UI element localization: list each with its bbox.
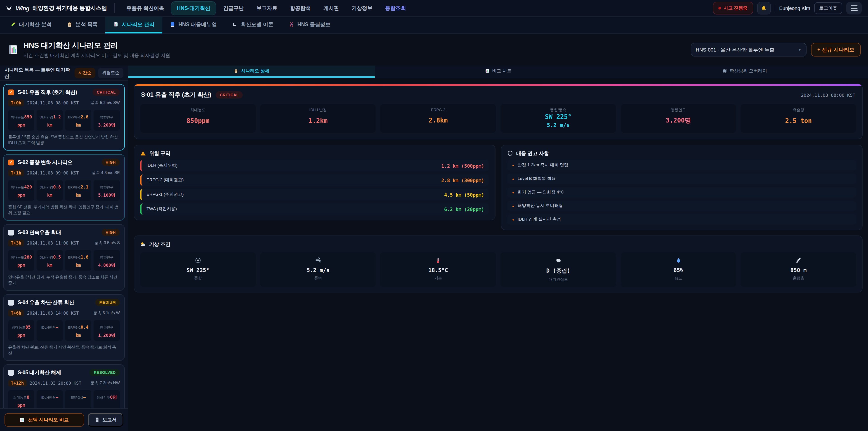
recommendations-panel: 대응 권고 사항 •반경 1.2km 즉시 대피 명령 •Level B 화학복…	[501, 145, 863, 230]
time-offset-chip: T+1h	[8, 170, 24, 176]
zone-label: TWA (작업허용)	[147, 206, 177, 212]
scenario-card-s03[interactable]: S-03 연속유출 확대 HIGH T+3h 2024.11.03 11:00 …	[3, 224, 125, 291]
weather-card-mixing-layer: 850 m 혼합층	[741, 252, 856, 287]
tab-scenario-detail[interactable]: 시나리오 상세	[128, 65, 375, 78]
weather-panel: 기상 조건 SW 225° 풍향 5.2 m/s 풍속	[134, 236, 863, 293]
zone-row-idlh: IDLH (즉시위험) 1.2 km (500ppm)	[140, 160, 489, 171]
scenario-time: 2024.11.03 14:00 KST	[27, 311, 79, 316]
book-icon	[170, 22, 175, 27]
scenario-card-s05[interactable]: S-05 대기확산 해제 RESOLVED T+12h 2024.11.03 2…	[3, 365, 125, 408]
scenario-time: 2024.11.03 08:00 KST	[27, 100, 79, 105]
scenario-card-s04[interactable]: S-04 유출 차단·잔류 확산 MEDIUM T+6h 2024.11.03 …	[3, 295, 125, 361]
tab-label: 확산모델 이론	[241, 21, 273, 28]
tab-hns-substance-info[interactable]: HNS 물질정보	[281, 17, 338, 33]
detail-stats: 최대농도 850ppm IDLH 반경 1.2km ERPG-2 2.8km	[134, 103, 862, 139]
tab-scenario-management[interactable]: 시나리오 관리	[105, 17, 162, 33]
stat-label: IDLH반경	[41, 326, 56, 330]
checkbox-unchecked[interactable]	[8, 229, 14, 235]
status-badge: RESOLVED	[90, 369, 120, 376]
stat-value: 2.8km	[383, 117, 493, 124]
menu-item-integrated-search[interactable]: 통합조회	[380, 2, 411, 15]
main-menu: 유출유 확산예측 HNS·대기확산 긴급구난 보고자료 항공탐색 게시판 기상정…	[121, 2, 411, 15]
stat-label: IDLH반경	[39, 115, 53, 119]
hamburger-menu-button[interactable]	[846, 2, 862, 14]
incident-select-value: HNS-001 · 울산 온산항 톨루엔 누출	[696, 46, 774, 53]
stat-label: ERPG-2	[68, 185, 81, 189]
stat-label: 최대농도	[11, 185, 24, 189]
checkbox-checked[interactable]: ✓	[8, 159, 14, 165]
menu-item-spill-forecast[interactable]: 유출유 확산예측	[121, 2, 169, 15]
stat-label: 최대농도	[11, 115, 24, 119]
checkbox-unchecked[interactable]	[8, 370, 14, 376]
panel-title: 대응 권고 사항	[516, 150, 549, 157]
stat-label: ERPG-2	[70, 396, 83, 400]
stat-value: 1,200명	[98, 333, 115, 338]
wind-info: 풍속 6.1m/s W	[93, 310, 120, 316]
stat-label: 영향인구	[96, 396, 110, 400]
report-button[interactable]: 보고서	[88, 413, 123, 427]
tab-label: 시나리오 관리	[122, 21, 154, 28]
scenario-description: 풍향 SE 전환. 주거지역 방향 확산 확대. 영향인구 증가. 대피 범위 …	[8, 204, 120, 216]
stat-label: 최대농도	[143, 107, 253, 113]
recommendation-text: 반경 1.2km 즉시 대피 명령	[518, 162, 568, 168]
new-scenario-button[interactable]: + 신규 시나리오	[811, 43, 861, 57]
menu-item-hns-dispersion[interactable]: HNS·대기확산	[172, 2, 216, 15]
scenario-title: S-01 유출 직후 (초기 확산)	[18, 89, 89, 96]
detail-title: S-01 유출 직후 (초기 확산)	[141, 91, 211, 99]
checkbox-checked[interactable]: ✓	[8, 89, 14, 95]
scenario-card-s01[interactable]: ✓ S-01 유출 직후 (초기 확산) CRITICAL T+0h 2024.…	[3, 84, 125, 151]
clipboard-icon	[67, 22, 72, 27]
menu-item-weather-info[interactable]: 기상정보	[346, 2, 378, 15]
weather-label: 풍속	[262, 276, 374, 281]
stat-label: 최대농도	[11, 255, 24, 259]
logout-button[interactable]: 로그아웃	[814, 2, 842, 14]
compare-scenarios-button[interactable]: 선택 시나리오 비교	[4, 413, 84, 427]
notification-bell-button[interactable]	[757, 2, 771, 14]
tab-dispersion-analysis[interactable]: 대기확산 분석	[3, 17, 59, 33]
page-header-actions: HNS-001 · 울산 온산항 톨루엔 누출 ▼ + 신규 시나리오	[691, 43, 861, 57]
incident-select[interactable]: HNS-001 · 울산 온산항 톨루엔 누출 ▼	[691, 43, 807, 57]
scenario-card-s02[interactable]: ✓ S-02 풍향 변화 시나리오 HIGH T+1h 2024.11.03 0…	[3, 154, 125, 221]
stat-value: –	[83, 395, 86, 400]
stat-label: ERPG-2	[383, 107, 493, 112]
zone-label: IDLH (즉시위험)	[147, 163, 178, 168]
checkbox-unchecked[interactable]	[8, 300, 14, 306]
recommendation-text: IDLH 경계 실시간 측정	[518, 217, 561, 222]
stat-value: –	[56, 325, 58, 330]
tab-comparison-chart[interactable]: 비교 차트	[375, 65, 622, 78]
weather-value: 18.5°C	[382, 267, 494, 274]
ruler-icon	[795, 257, 802, 264]
detail-tabs: 시나리오 상세 비교 차트 확산범위 오버레이	[128, 65, 868, 78]
recommendation-item: •화기 엄금 — 인화점 4°C	[507, 187, 856, 197]
status-badge: CRITICAL	[93, 89, 120, 96]
sort-by-risk-button[interactable]: 위험도순	[98, 68, 123, 78]
clipboard-icon	[234, 69, 239, 73]
tab-hns-manual[interactable]: HNS 대응매뉴얼	[162, 17, 224, 33]
main-body: S-01 유출 직후 (초기 확산) CRITICAL 2024.11.03 0…	[128, 78, 868, 431]
weather-label: 습도	[622, 276, 734, 281]
status-badge: CRITICAL	[216, 91, 243, 98]
tab-dispersion-overlay[interactable]: 확산범위 오버레이	[621, 65, 868, 78]
menu-item-aerial-search[interactable]: 항공탐색	[285, 2, 316, 15]
pencil-icon	[10, 22, 16, 27]
stat-label: IDLH반경	[41, 396, 56, 400]
weather-cards: SW 225° 풍향 5.2 m/s 풍속 18.5°C 기온	[140, 252, 856, 287]
scenario-sidebar: 시나리오 목록 — 톨루엔 대기확산 시간순 위험도순 ✓ S-01 유출 직후…	[0, 65, 128, 431]
scenario-title: S-05 대기확산 해제	[18, 369, 86, 376]
stat-label: 영향인구	[100, 185, 114, 189]
stat-label: ERPG-2	[68, 326, 81, 330]
weather-value: 850 m	[743, 267, 855, 274]
bullet-icon: •	[512, 176, 514, 182]
shield-icon	[507, 151, 513, 156]
menu-item-rescue[interactable]: 긴급구난	[218, 2, 249, 15]
gradient-accent-bar	[134, 84, 862, 86]
menu-item-board[interactable]: 게시판	[318, 2, 344, 15]
page-title: HNS 대기확산 시나리오 관리	[24, 41, 170, 51]
tab-analysis-list[interactable]: 분석 목록	[59, 17, 105, 33]
sort-by-time-button[interactable]: 시간순	[74, 68, 95, 78]
dna-icon	[289, 22, 294, 27]
scenario-description: 연속유출 3시간 경과. 누적 유출량 증가. 풍속 감소로 체류 시간 증가.	[8, 274, 120, 286]
menu-item-reports[interactable]: 보고자료	[251, 2, 283, 15]
tab-dispersion-model-theory[interactable]: 확산모델 이론	[224, 17, 281, 33]
stat-value: 4,800명	[98, 263, 115, 268]
